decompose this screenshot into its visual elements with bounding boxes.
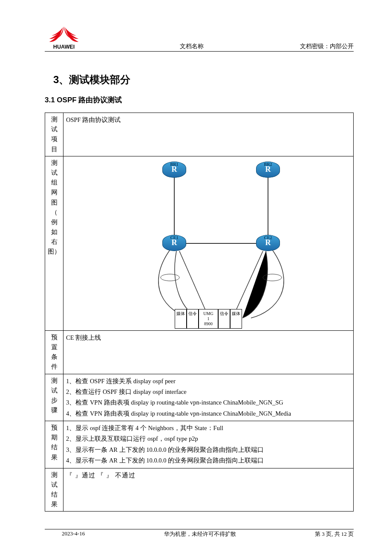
cell-topology: BR1 R BR2 R CE1 R CE2 R [63,156,354,330]
router-ce1: CE1 R [161,235,187,251]
row-label-topology: 测试组网图（例如右图） [45,156,63,330]
umg-signal-right: 信令 [218,309,230,329]
umg-device: 媒体 信令 UMG 1 8900 信令 媒体 [175,309,242,329]
footer-page-number: 第 3 页, 共 12 页 [315,530,354,538]
table-row: 测试组网图（例如右图） [45,156,354,330]
cell-test-steps: 1、检查 OSPF 连接关系 display ospf peer 2、检查运行 … [63,374,354,421]
umg-media-left: 媒体 [175,309,187,329]
network-diagram: BR1 R BR2 R CE1 R CE2 R [81,158,336,329]
test-spec-table: 测试项目 OSPF 路由协议测试 测试组网图（例如右图） [45,113,354,512]
table-row: 预期结果 1、显示 ospf 连接正常有 4 个 Neighbors，其中 St… [45,421,354,468]
table-row: 测试步骤 1、检查 OSPF 连接关系 display ospf peer 2、… [45,374,354,421]
security-label: 文档密级： [300,43,330,49]
step-line: 3、检查 VPN 路由表项 display ip routing-table v… [66,397,351,408]
expect-line: 2、显示上联及互联端口运行 ospf，ospf type p2p [66,434,351,444]
page-header: HUAWEI 文档名称 文档密级：内部公开 [45,26,354,52]
cell-test-item: OSPF 路由协议测试 [63,113,354,156]
table-row: 预置条件 CE 割接上线 [45,330,354,374]
router-label: CE1 [161,234,187,242]
expect-line: 4、显示有一条 AR 上下发的 10.0.0.0 的业务网段聚合路由指向上联端口 [66,455,351,466]
expect-line: 3、显示有一条 AR 上下发的 10.0.0.0 的业务网段聚合路由指向上联端口 [66,445,351,455]
router-label: CE2 [255,234,281,242]
footer-date: 2023-4-16 [45,530,85,538]
row-label-precond: 预置条件 [45,330,63,374]
cell-result: 『 』通过 『 』 不通过 [63,468,354,512]
cell-expected: 1、显示 ospf 连接正常有 4 个 Neighbors，其中 State：F… [63,421,354,468]
section-heading: 3、测试模块部分 [53,73,354,87]
table-row: 测试结果 『 』通过 『 』 不通过 [45,468,354,512]
router-label: BR2 [255,161,281,168]
huawei-icon: HUAWEI [45,26,83,50]
umg-center: UMG 1 8900 [199,309,218,329]
row-label-item: 测试项目 [45,113,63,156]
step-line: 2、检查运行 OSPF 接口 display ospf interface [66,387,351,397]
row-label-result: 测试结果 [45,468,63,512]
footer-confidential: 华为机密，未经许可不得扩散 [85,530,315,538]
expect-line: 1、显示 ospf 连接正常有 4 个 Neighbors，其中 State：F… [66,423,351,434]
cell-precondition: CE 割接上线 [63,330,354,374]
brand-text: HUAWEI [53,44,75,50]
page-footer: 2023-4-16 华为机密，未经许可不得扩散 第 3 页, 共 12 页 [45,529,354,538]
header-doc-title: 文档名称 [83,43,300,50]
subsection-heading: 3.1 OSPF 路由协议测试 [45,95,354,105]
umg-media-right: 媒体 [230,309,242,329]
row-label-steps: 测试步骤 [45,374,63,421]
diagram-lines [81,158,336,329]
router-ce2: CE2 R [255,235,281,251]
umg-signal-left: 信令 [187,309,199,329]
step-line: 4、检查 VPN 路由表项 display ip routing-table v… [66,408,351,419]
header-security: 文档密级：内部公开 [300,43,354,50]
security-value: 内部公开 [330,43,354,49]
row-label-expect: 预期结果 [45,421,63,468]
router-label: BR1 [161,161,187,168]
step-line: 1、检查 OSPF 连接关系 display ospf peer [66,376,351,387]
router-br2: BR2 R [255,162,281,178]
svg-point-3 [161,274,179,281]
router-br1: BR1 R [161,162,187,178]
brand-logo: HUAWEI [45,26,83,50]
table-row: 测试项目 OSPF 路由协议测试 [45,113,354,156]
